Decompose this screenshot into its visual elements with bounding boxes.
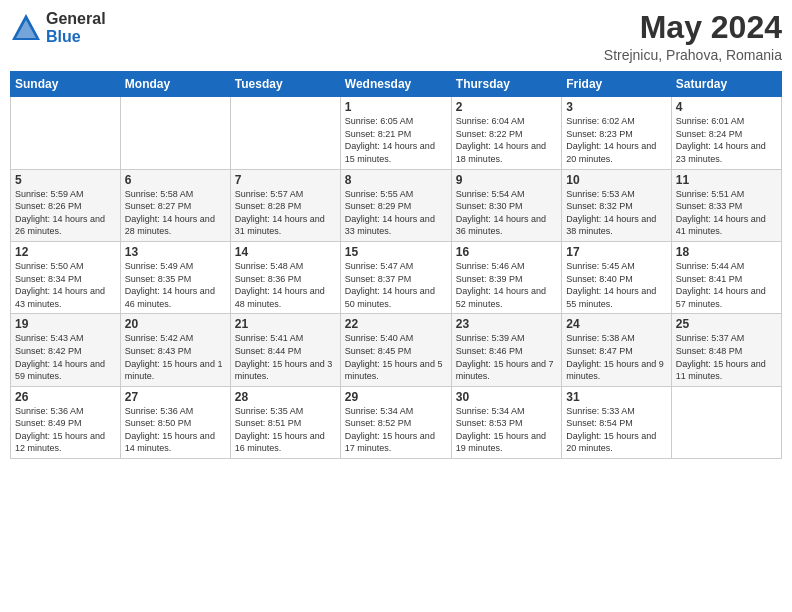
day-info: Sunrise: 5:57 AM Sunset: 8:28 PM Dayligh…	[235, 188, 336, 238]
day-info: Sunrise: 5:55 AM Sunset: 8:29 PM Dayligh…	[345, 188, 447, 238]
day-info: Sunrise: 5:51 AM Sunset: 8:33 PM Dayligh…	[676, 188, 777, 238]
day-info: Sunrise: 5:53 AM Sunset: 8:32 PM Dayligh…	[566, 188, 666, 238]
calendar-week-5: 26Sunrise: 5:36 AM Sunset: 8:49 PM Dayli…	[11, 386, 782, 458]
calendar-cell: 1Sunrise: 6:05 AM Sunset: 8:21 PM Daylig…	[340, 97, 451, 169]
calendar-cell: 15Sunrise: 5:47 AM Sunset: 8:37 PM Dayli…	[340, 241, 451, 313]
day-info: Sunrise: 6:01 AM Sunset: 8:24 PM Dayligh…	[676, 115, 777, 165]
calendar-cell: 23Sunrise: 5:39 AM Sunset: 8:46 PM Dayli…	[451, 314, 561, 386]
day-info: Sunrise: 5:34 AM Sunset: 8:53 PM Dayligh…	[456, 405, 557, 455]
th-saturday: Saturday	[671, 72, 781, 97]
calendar-week-3: 12Sunrise: 5:50 AM Sunset: 8:34 PM Dayli…	[11, 241, 782, 313]
day-number: 27	[125, 390, 226, 404]
calendar-week-4: 19Sunrise: 5:43 AM Sunset: 8:42 PM Dayli…	[11, 314, 782, 386]
calendar-cell: 18Sunrise: 5:44 AM Sunset: 8:41 PM Dayli…	[671, 241, 781, 313]
day-number: 10	[566, 173, 666, 187]
calendar-cell: 19Sunrise: 5:43 AM Sunset: 8:42 PM Dayli…	[11, 314, 121, 386]
day-number: 13	[125, 245, 226, 259]
day-number: 25	[676, 317, 777, 331]
th-tuesday: Tuesday	[230, 72, 340, 97]
logo: General Blue	[10, 10, 106, 45]
logo-general: General	[46, 10, 106, 27]
day-number: 23	[456, 317, 557, 331]
day-info: Sunrise: 5:43 AM Sunset: 8:42 PM Dayligh…	[15, 332, 116, 382]
day-number: 24	[566, 317, 666, 331]
day-info: Sunrise: 5:49 AM Sunset: 8:35 PM Dayligh…	[125, 260, 226, 310]
calendar-cell: 5Sunrise: 5:59 AM Sunset: 8:26 PM Daylig…	[11, 169, 121, 241]
day-number: 15	[345, 245, 447, 259]
calendar-cell	[120, 97, 230, 169]
calendar-cell: 4Sunrise: 6:01 AM Sunset: 8:24 PM Daylig…	[671, 97, 781, 169]
calendar-cell: 30Sunrise: 5:34 AM Sunset: 8:53 PM Dayli…	[451, 386, 561, 458]
day-number: 22	[345, 317, 447, 331]
logo-blue: Blue	[46, 28, 81, 45]
day-info: Sunrise: 5:36 AM Sunset: 8:49 PM Dayligh…	[15, 405, 116, 455]
calendar-cell: 10Sunrise: 5:53 AM Sunset: 8:32 PM Dayli…	[562, 169, 671, 241]
day-number: 31	[566, 390, 666, 404]
month-title: May 2024	[604, 10, 782, 45]
day-number: 11	[676, 173, 777, 187]
calendar-cell: 29Sunrise: 5:34 AM Sunset: 8:52 PM Dayli…	[340, 386, 451, 458]
calendar-cell: 24Sunrise: 5:38 AM Sunset: 8:47 PM Dayli…	[562, 314, 671, 386]
day-info: Sunrise: 5:39 AM Sunset: 8:46 PM Dayligh…	[456, 332, 557, 382]
calendar-cell: 27Sunrise: 5:36 AM Sunset: 8:50 PM Dayli…	[120, 386, 230, 458]
th-sunday: Sunday	[11, 72, 121, 97]
calendar-cell: 9Sunrise: 5:54 AM Sunset: 8:30 PM Daylig…	[451, 169, 561, 241]
calendar-cell: 2Sunrise: 6:04 AM Sunset: 8:22 PM Daylig…	[451, 97, 561, 169]
day-number: 20	[125, 317, 226, 331]
day-number: 30	[456, 390, 557, 404]
calendar-cell: 14Sunrise: 5:48 AM Sunset: 8:36 PM Dayli…	[230, 241, 340, 313]
calendar-cell: 20Sunrise: 5:42 AM Sunset: 8:43 PM Dayli…	[120, 314, 230, 386]
calendar-cell	[671, 386, 781, 458]
calendar-cell: 22Sunrise: 5:40 AM Sunset: 8:45 PM Dayli…	[340, 314, 451, 386]
calendar-week-2: 5Sunrise: 5:59 AM Sunset: 8:26 PM Daylig…	[11, 169, 782, 241]
day-info: Sunrise: 5:54 AM Sunset: 8:30 PM Dayligh…	[456, 188, 557, 238]
day-number: 26	[15, 390, 116, 404]
day-number: 21	[235, 317, 336, 331]
header: General Blue May 2024 Strejnicu, Prahova…	[10, 10, 782, 63]
calendar-cell: 25Sunrise: 5:37 AM Sunset: 8:48 PM Dayli…	[671, 314, 781, 386]
day-number: 19	[15, 317, 116, 331]
calendar-cell: 28Sunrise: 5:35 AM Sunset: 8:51 PM Dayli…	[230, 386, 340, 458]
day-number: 28	[235, 390, 336, 404]
day-number: 5	[15, 173, 116, 187]
th-thursday: Thursday	[451, 72, 561, 97]
calendar-cell: 13Sunrise: 5:49 AM Sunset: 8:35 PM Dayli…	[120, 241, 230, 313]
day-number: 6	[125, 173, 226, 187]
th-friday: Friday	[562, 72, 671, 97]
location: Strejnicu, Prahova, Romania	[604, 47, 782, 63]
day-info: Sunrise: 5:37 AM Sunset: 8:48 PM Dayligh…	[676, 332, 777, 382]
day-info: Sunrise: 6:02 AM Sunset: 8:23 PM Dayligh…	[566, 115, 666, 165]
day-info: Sunrise: 5:46 AM Sunset: 8:39 PM Dayligh…	[456, 260, 557, 310]
day-number: 1	[345, 100, 447, 114]
calendar-cell: 6Sunrise: 5:58 AM Sunset: 8:27 PM Daylig…	[120, 169, 230, 241]
day-info: Sunrise: 5:40 AM Sunset: 8:45 PM Dayligh…	[345, 332, 447, 382]
calendar-cell: 12Sunrise: 5:50 AM Sunset: 8:34 PM Dayli…	[11, 241, 121, 313]
day-info: Sunrise: 5:41 AM Sunset: 8:44 PM Dayligh…	[235, 332, 336, 382]
day-number: 14	[235, 245, 336, 259]
day-info: Sunrise: 5:58 AM Sunset: 8:27 PM Dayligh…	[125, 188, 226, 238]
day-info: Sunrise: 5:44 AM Sunset: 8:41 PM Dayligh…	[676, 260, 777, 310]
th-monday: Monday	[120, 72, 230, 97]
weekday-header-row: Sunday Monday Tuesday Wednesday Thursday…	[11, 72, 782, 97]
day-info: Sunrise: 6:04 AM Sunset: 8:22 PM Dayligh…	[456, 115, 557, 165]
calendar-cell: 31Sunrise: 5:33 AM Sunset: 8:54 PM Dayli…	[562, 386, 671, 458]
day-number: 3	[566, 100, 666, 114]
calendar-table: Sunday Monday Tuesday Wednesday Thursday…	[10, 71, 782, 459]
calendar-cell	[230, 97, 340, 169]
title-block: May 2024 Strejnicu, Prahova, Romania	[604, 10, 782, 63]
day-info: Sunrise: 5:34 AM Sunset: 8:52 PM Dayligh…	[345, 405, 447, 455]
calendar-cell: 11Sunrise: 5:51 AM Sunset: 8:33 PM Dayli…	[671, 169, 781, 241]
day-number: 16	[456, 245, 557, 259]
day-number: 4	[676, 100, 777, 114]
day-number: 12	[15, 245, 116, 259]
calendar-cell: 17Sunrise: 5:45 AM Sunset: 8:40 PM Dayli…	[562, 241, 671, 313]
day-number: 7	[235, 173, 336, 187]
calendar-cell: 8Sunrise: 5:55 AM Sunset: 8:29 PM Daylig…	[340, 169, 451, 241]
day-number: 29	[345, 390, 447, 404]
day-info: Sunrise: 5:47 AM Sunset: 8:37 PM Dayligh…	[345, 260, 447, 310]
calendar-cell: 16Sunrise: 5:46 AM Sunset: 8:39 PM Dayli…	[451, 241, 561, 313]
day-number: 2	[456, 100, 557, 114]
day-info: Sunrise: 5:36 AM Sunset: 8:50 PM Dayligh…	[125, 405, 226, 455]
day-info: Sunrise: 5:45 AM Sunset: 8:40 PM Dayligh…	[566, 260, 666, 310]
calendar-week-1: 1Sunrise: 6:05 AM Sunset: 8:21 PM Daylig…	[11, 97, 782, 169]
